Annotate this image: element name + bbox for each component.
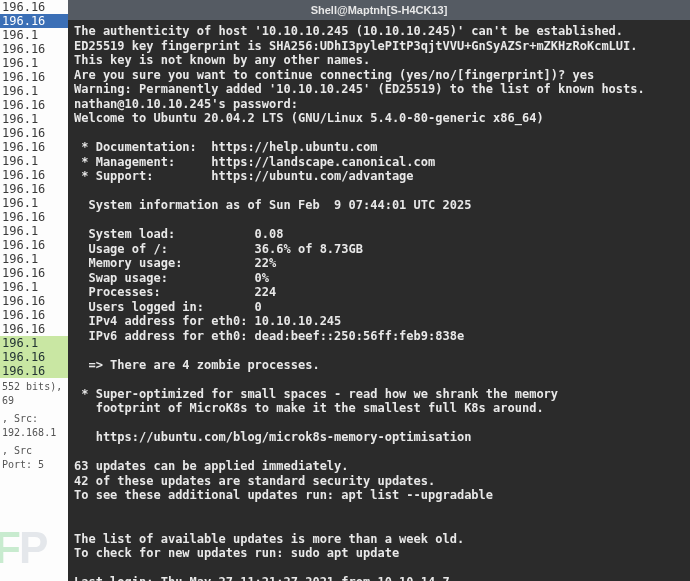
terminal-line xyxy=(74,517,684,532)
terminal-line: The list of available updates is more th… xyxy=(74,532,684,547)
packet-row[interactable]: 196.16 xyxy=(0,322,68,336)
terminal-line: Last login: Thu May 27 11:21:27 2021 fro… xyxy=(74,575,684,581)
packet-row[interactable]: 196.1 xyxy=(0,224,68,238)
terminal-line: * Support: https://ubuntu.com/advantage xyxy=(74,169,684,184)
terminal-title: Shell@Maptnh[S-H4CK13] xyxy=(68,0,690,20)
terminal-line: This key is not known by any other names… xyxy=(74,53,684,68)
terminal-line xyxy=(74,561,684,576)
packet-row[interactable]: 196.16 xyxy=(0,294,68,308)
packet-row[interactable]: 196.16 xyxy=(0,126,68,140)
packet-detail-line: 552 bits), 69 xyxy=(0,378,68,410)
terminal-line xyxy=(74,445,684,460)
terminal-line xyxy=(74,503,684,518)
terminal-line: => There are 4 zombie processes. xyxy=(74,358,684,373)
terminal-line xyxy=(74,213,684,228)
terminal-line: Warning: Permanently added '10.10.10.245… xyxy=(74,82,684,97)
terminal-line: Are you sure you want to continue connec… xyxy=(74,68,684,83)
packet-row[interactable]: 196.16 xyxy=(0,210,68,224)
packet-row[interactable]: 196.1 xyxy=(0,84,68,98)
terminal-line: nathan@10.10.10.245's password: xyxy=(74,97,684,112)
terminal-line: ED25519 key fingerprint is SHA256:UDhI3p… xyxy=(74,39,684,54)
packet-row[interactable]: 196.16 xyxy=(0,42,68,56)
terminal-line: 63 updates can be applied immediately. xyxy=(74,459,684,474)
packet-row[interactable]: 196.1 xyxy=(0,154,68,168)
packet-detail-line: , Src Port: 5 xyxy=(0,442,68,474)
terminal-line: IPv4 address for eth0: 10.10.10.245 xyxy=(74,314,684,329)
terminal-line: To check for new updates run: sudo apt u… xyxy=(74,546,684,561)
packet-row[interactable]: 196.1 xyxy=(0,196,68,210)
packet-row[interactable]: 196.16 xyxy=(0,14,68,28)
terminal-line: The authenticity of host '10.10.10.245 (… xyxy=(74,24,684,39)
packet-row[interactable]: 196.16 xyxy=(0,350,68,364)
packet-detail-line: , Src: 192.168.1 xyxy=(0,410,68,442)
packet-row[interactable]: 196.16 xyxy=(0,168,68,182)
terminal-window: Shell@Maptnh[S-H4CK13] The authenticity … xyxy=(68,0,690,581)
terminal-line xyxy=(74,184,684,199)
terminal-line: 42 of these updates are standard securit… xyxy=(74,474,684,489)
packet-row[interactable]: 196.1 xyxy=(0,112,68,126)
packet-row[interactable]: 196.16 xyxy=(0,364,68,378)
terminal-line xyxy=(74,343,684,358)
packet-row[interactable]: 196.16 xyxy=(0,0,68,14)
packet-row[interactable]: 196.16 xyxy=(0,308,68,322)
terminal-line: * Management: https://landscape.canonica… xyxy=(74,155,684,170)
terminal-line: To see these additional updates run: apt… xyxy=(74,488,684,503)
terminal-line: System load: 0.08 xyxy=(74,227,684,242)
terminal-line xyxy=(74,126,684,141)
terminal-line: Memory usage: 22% xyxy=(74,256,684,271)
terminal-line: Usage of /: 36.6% of 8.73GB xyxy=(74,242,684,257)
packet-row[interactable]: 196.16 xyxy=(0,238,68,252)
terminal-line xyxy=(74,372,684,387)
packet-row[interactable]: 196.16 xyxy=(0,98,68,112)
terminal-line: Users logged in: 0 xyxy=(74,300,684,315)
terminal-line: * Super-optimized for small spaces - rea… xyxy=(74,387,684,402)
packet-row[interactable]: 196.16 xyxy=(0,140,68,154)
packet-row[interactable]: 196.16 xyxy=(0,182,68,196)
packet-row[interactable]: 196.1 xyxy=(0,252,68,266)
packet-list-column: 196.16196.16196.1196.16196.1196.16196.11… xyxy=(0,0,68,581)
terminal-line: https://ubuntu.com/blog/microk8s-memory-… xyxy=(74,430,684,445)
terminal-line: System information as of Sun Feb 9 07:44… xyxy=(74,198,684,213)
packet-row[interactable]: 196.1 xyxy=(0,28,68,42)
packet-row[interactable]: 196.1 xyxy=(0,336,68,350)
terminal-line: Swap usage: 0% xyxy=(74,271,684,286)
packet-row[interactable]: 196.16 xyxy=(0,266,68,280)
packet-row[interactable]: 196.16 xyxy=(0,70,68,84)
terminal-line: footprint of MicroK8s to make it the sma… xyxy=(74,401,684,416)
terminal-line: Welcome to Ubuntu 20.04.2 LTS (GNU/Linux… xyxy=(74,111,684,126)
terminal-line: IPv6 address for eth0: dead:beef::250:56… xyxy=(74,329,684,344)
terminal-line xyxy=(74,416,684,431)
packet-row[interactable]: 196.1 xyxy=(0,280,68,294)
terminal-body[interactable]: The authenticity of host '10.10.10.245 (… xyxy=(68,20,690,581)
terminal-line: * Documentation: https://help.ubuntu.com xyxy=(74,140,684,155)
packet-row[interactable]: 196.1 xyxy=(0,56,68,70)
terminal-line: Processes: 224 xyxy=(74,285,684,300)
